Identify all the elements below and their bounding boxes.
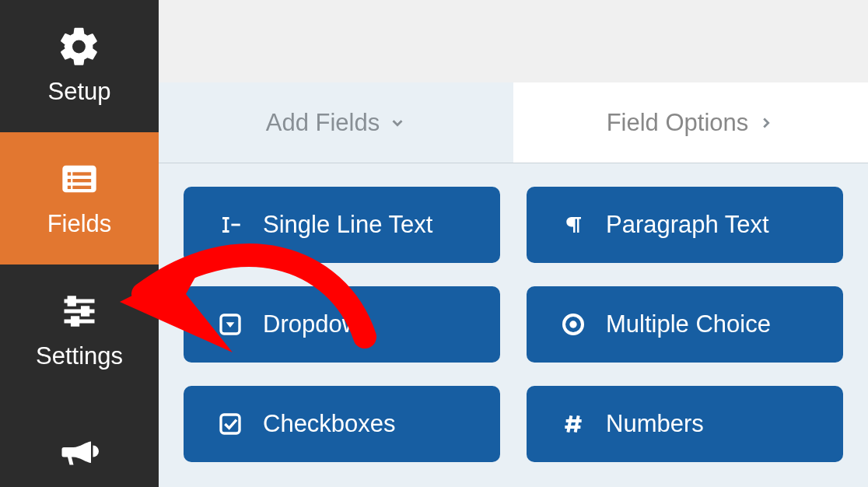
field-numbers[interactable]: Numbers [527, 386, 843, 462]
svg-rect-8 [69, 298, 75, 305]
sidebar-item-label: Setup [47, 78, 110, 106]
hash-icon [559, 410, 587, 438]
svg-rect-17 [221, 415, 240, 433]
field-multiple-choice[interactable]: Multiple Choice [527, 286, 843, 363]
tab-label: Field Options [607, 109, 749, 137]
field-grid: Single Line Text Paragraph Text Dropdown… [159, 163, 868, 487]
checkbox-icon [216, 410, 244, 438]
radio-icon [559, 310, 587, 338]
sidebar: Setup Fields Settings [0, 0, 159, 487]
field-label: Dropdown [263, 310, 373, 338]
tab-field-options[interactable]: Field Options [513, 82, 868, 163]
svg-rect-13 [231, 224, 240, 226]
field-label: Multiple Choice [606, 310, 771, 338]
sidebar-item-label: Settings [36, 342, 123, 370]
sidebar-item-label: Fields [47, 210, 112, 238]
svg-rect-2 [72, 172, 91, 175]
sliders-icon [52, 291, 107, 331]
panel-tabs: Add Fields Field Options [159, 82, 868, 163]
svg-rect-12 [72, 318, 78, 325]
tab-add-fields[interactable]: Add Fields [159, 82, 513, 163]
svg-rect-10 [82, 308, 88, 315]
svg-rect-5 [68, 186, 71, 189]
top-bar [159, 0, 868, 82]
list-icon [52, 159, 107, 199]
svg-rect-1 [68, 172, 71, 175]
chevron-right-icon [758, 114, 775, 131]
chevron-down-icon [389, 114, 406, 131]
svg-line-21 [576, 415, 579, 432]
sidebar-item-setup[interactable]: Setup [0, 0, 159, 132]
svg-line-20 [568, 415, 571, 432]
dropdown-icon [216, 310, 244, 338]
field-label: Numbers [606, 410, 704, 438]
svg-rect-3 [68, 179, 71, 182]
paragraph-icon [559, 211, 587, 239]
field-label: Single Line Text [263, 211, 432, 239]
megaphone-icon [52, 431, 107, 471]
text-cursor-icon [216, 211, 244, 239]
field-paragraph-text[interactable]: Paragraph Text [527, 187, 843, 263]
field-single-line-text[interactable]: Single Line Text [184, 187, 500, 263]
sidebar-item-marketing[interactable] [0, 397, 159, 487]
field-checkboxes[interactable]: Checkboxes [184, 386, 500, 462]
main-panel: Add Fields Field Options Single Line Tex… [159, 0, 868, 487]
tab-label: Add Fields [266, 109, 380, 137]
svg-rect-4 [72, 179, 91, 182]
field-dropdown[interactable]: Dropdown [184, 286, 500, 363]
field-label: Paragraph Text [606, 211, 769, 239]
sidebar-item-settings[interactable]: Settings [0, 265, 159, 397]
gear-icon [52, 26, 107, 67]
svg-rect-6 [72, 186, 91, 189]
sidebar-item-fields[interactable]: Fields [0, 132, 159, 265]
field-label: Checkboxes [263, 410, 396, 438]
svg-point-16 [569, 321, 576, 328]
